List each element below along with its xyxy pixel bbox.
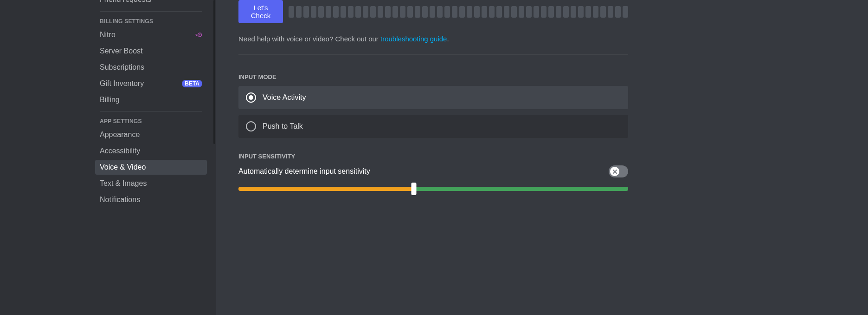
radio-push-to-talk[interactable]: Push to Talk (238, 115, 628, 138)
meter-bar (318, 6, 324, 18)
meter-bar (541, 6, 547, 18)
nitro-icon (195, 32, 202, 38)
app-settings-header: APP SETTINGS (95, 115, 207, 127)
sidebar-item-label: Notifications (100, 196, 140, 204)
sidebar-item-appearance[interactable]: Appearance (95, 127, 207, 142)
lets-check-button[interactable]: Let's Check (238, 0, 283, 23)
sidebar-item-label: Subscriptions (100, 63, 144, 72)
sidebar-item-accessibility[interactable]: Accessibility (95, 144, 207, 158)
settings-sidebar: Friend requests BILLING SETTINGS Nitro S… (95, 0, 212, 315)
meter-bar (585, 6, 591, 18)
auto-sensitivity-label: Automatically determine input sensitivit… (238, 167, 370, 176)
sidebar-item-label: Accessibility (100, 147, 140, 155)
meter-bar (437, 6, 443, 18)
meter-bar (548, 6, 554, 18)
radio-circle-icon (246, 92, 256, 103)
radio-voice-activity[interactable]: Voice Activity (238, 86, 628, 109)
input-sensitivity-header: INPUT SENSITIVITY (238, 153, 628, 160)
sidebar-item-server-boost[interactable]: Server Boost (95, 44, 207, 59)
sidebar-item-label: Server Boost (100, 47, 142, 55)
slider-handle[interactable] (411, 183, 417, 195)
meter-bar (407, 6, 413, 18)
meter-bar (556, 6, 561, 18)
meter-bar (608, 6, 613, 18)
radio-label: Voice Activity (263, 93, 306, 102)
meter-bar (422, 6, 428, 18)
meter-bar (623, 6, 628, 18)
divider (238, 54, 628, 55)
meter-bar (400, 6, 405, 18)
main-content: Let's Check Need help with voice or vide… (216, 0, 868, 315)
sidebar-item-gift-inventory[interactable]: Gift Inventory BETA (95, 76, 207, 91)
sidebar-item-nitro[interactable]: Nitro (95, 27, 207, 42)
billing-settings-header: BILLING SETTINGS (95, 15, 207, 27)
meter-bar (296, 6, 302, 18)
meter-bar (489, 6, 495, 18)
beta-badge: BETA (182, 80, 202, 87)
toggle-knob (610, 167, 619, 176)
meter-bar (496, 6, 502, 18)
radio-label: Push to Talk (263, 122, 303, 131)
sidebar-item-label: Gift Inventory (100, 79, 144, 88)
sidebar-item-billing[interactable]: Billing (95, 92, 207, 107)
meter-bar (326, 6, 331, 18)
divider (100, 111, 202, 112)
meter-bar (600, 6, 606, 18)
meter-bar (467, 6, 472, 18)
sidebar-item-label: Voice & Video (100, 163, 146, 171)
meter-bar (534, 6, 539, 18)
sidebar-item-label: Nitro (100, 31, 116, 39)
sidebar-item-subscriptions[interactable]: Subscriptions (95, 60, 207, 75)
meter-bar (474, 6, 480, 18)
scrollbar-thumb[interactable] (213, 0, 215, 144)
svg-point-1 (199, 34, 200, 36)
sidebar-scrollbar[interactable] (212, 0, 216, 315)
help-text: Need help with voice or video? Check out… (238, 35, 628, 43)
meter-bar (615, 6, 621, 18)
meter-bar (289, 6, 294, 18)
meter-bar (459, 6, 465, 18)
meter-bar (415, 6, 420, 18)
meter-bar (519, 6, 524, 18)
radio-circle-icon (246, 121, 256, 131)
meter-bar (571, 6, 576, 18)
meter-bar (452, 6, 457, 18)
meter-bar (385, 6, 391, 18)
sidebar-item-voice-video[interactable]: Voice & Video (95, 160, 207, 175)
meter-bar (578, 6, 584, 18)
meter-bar (482, 6, 487, 18)
sidebar-item-friend-requests[interactable]: Friend requests (95, 0, 207, 7)
meter-bar (392, 6, 398, 18)
troubleshooting-guide-link[interactable]: troubleshooting guide (380, 35, 447, 43)
meter-bar (303, 6, 309, 18)
meter-bar (526, 6, 532, 18)
meter-bar (593, 6, 598, 18)
mic-level-meter (289, 6, 628, 18)
slider-track-low (238, 187, 414, 191)
sidebar-item-text-images[interactable]: Text & Images (95, 176, 207, 191)
meter-bar (563, 6, 569, 18)
sensitivity-slider[interactable] (238, 187, 628, 191)
meter-bar (430, 6, 435, 18)
meter-bar (333, 6, 339, 18)
meter-bar (348, 6, 354, 18)
sidebar-item-label: Appearance (100, 131, 140, 139)
meter-bar (370, 6, 376, 18)
meter-bar (355, 6, 361, 18)
sidebar-item-label: Text & Images (100, 179, 147, 188)
x-icon (612, 169, 617, 174)
meter-bar (363, 6, 368, 18)
divider (100, 11, 202, 12)
meter-bar (341, 6, 346, 18)
meter-bar (378, 6, 383, 18)
meter-bar (444, 6, 450, 18)
slider-track-high (414, 187, 628, 191)
sidebar-item-notifications[interactable]: Notifications (95, 192, 207, 207)
meter-bar (504, 6, 509, 18)
meter-bar (311, 6, 316, 18)
sidebar-item-label: Billing (100, 96, 120, 104)
meter-bar (511, 6, 517, 18)
auto-sensitivity-toggle[interactable] (609, 165, 628, 177)
input-mode-header: INPUT MODE (238, 73, 628, 80)
